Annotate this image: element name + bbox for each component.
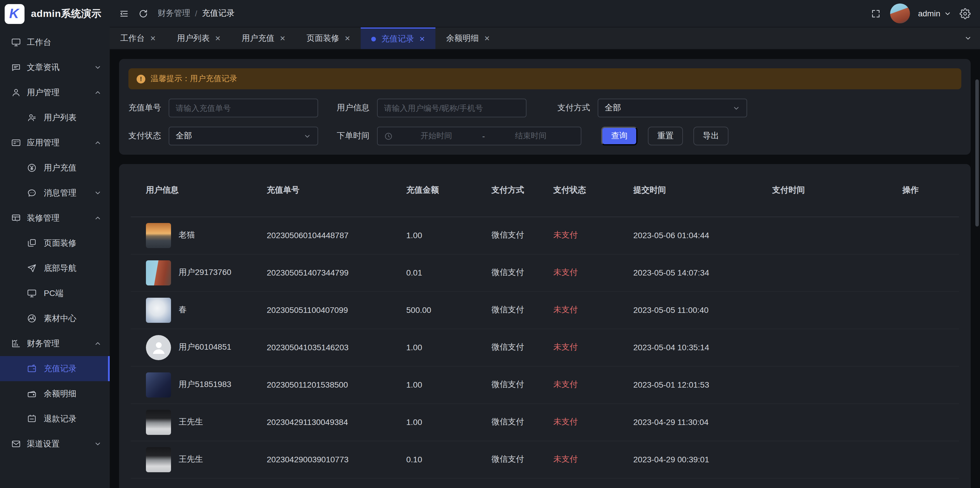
sidebar-menu: 工作台 文章资讯 用户管理 用户列表 应用管理: [0, 27, 110, 456]
sidebar-item-pc[interactable]: PC端: [0, 281, 110, 306]
main-area: 财务管理 / 充值记录 admin 工作台 ✕ 用户列表: [110, 0, 980, 488]
avatar: [146, 297, 171, 323]
pay-method-label: 支付方式: [557, 103, 590, 113]
action-cell: [902, 291, 959, 329]
recharge-no-label: 充值单号: [129, 103, 161, 113]
pay-method: 微信支付: [492, 329, 553, 366]
sidebar-item-recharge-records[interactable]: 充值记录: [0, 356, 110, 381]
table-row[interactable]: 老猫 202305060104448787 1.00 微信支付 未支付 2023…: [131, 216, 959, 254]
start-time-placeholder[interactable]: 开始时间: [393, 131, 480, 141]
pay-time: [772, 254, 902, 291]
status-badge: 未支付: [553, 254, 633, 291]
user-info-input[interactable]: [377, 99, 527, 117]
table-header-row: 用户信息 充值单号 充值金额 支付方式 支付状态 提交时间 支付时间 操作: [131, 164, 959, 216]
chevron-down-icon: [94, 64, 102, 71]
sidebar-item-articles[interactable]: 文章资讯: [0, 55, 110, 80]
pay-status-select[interactable]: 全部: [169, 127, 318, 145]
user-nickname: 王先生: [178, 454, 203, 465]
chevron-down-icon: [304, 132, 311, 140]
action-cell: [902, 254, 959, 291]
col-amount: 充值金额: [406, 164, 492, 216]
pay-method-select[interactable]: 全部: [598, 99, 747, 117]
user-nickname: 老猫: [178, 230, 195, 240]
avatar: [146, 223, 171, 248]
logo: K admin系统演示: [0, 0, 110, 27]
tab-close-icon[interactable]: ✕: [150, 34, 156, 42]
menu-fold-icon[interactable]: [119, 8, 129, 18]
sidebar-item-decoration-mgmt[interactable]: 装修管理: [0, 205, 110, 230]
table-row[interactable]: 王先生 202304291130049384 1.00 微信支付 未支付 202…: [131, 403, 959, 441]
avatar: [146, 260, 171, 285]
topbar: 财务管理 / 充值记录 admin: [110, 0, 980, 27]
refresh-icon[interactable]: [138, 8, 148, 18]
export-button[interactable]: 导出: [694, 127, 729, 145]
sidebar-item-channel-settings[interactable]: 渠道设置: [0, 431, 110, 456]
tab-recharge-records[interactable]: 充值记录 ✕: [361, 27, 436, 49]
avatar: [146, 372, 171, 397]
sidebar-item-message-mgmt[interactable]: 消息管理: [0, 180, 110, 205]
tab-page-decoration[interactable]: 页面装修 ✕: [296, 27, 361, 49]
tab-close-icon[interactable]: ✕: [215, 34, 221, 42]
user-nickname: 王先生: [178, 417, 203, 427]
pay-time: [772, 441, 902, 478]
recharge-no-input[interactable]: [169, 99, 318, 117]
logo-icon: K: [5, 4, 24, 24]
tabs-bar: 工作台 ✕ 用户列表 ✕ 用户充值 ✕ 页面装修 ✕ 充值记录 ✕ 余额明细: [110, 27, 980, 49]
tab-user-list[interactable]: 用户列表 ✕: [166, 27, 231, 49]
breadcrumb-parent[interactable]: 财务管理: [158, 8, 190, 19]
order-no: 202305011201538500: [267, 366, 406, 403]
user-avatar[interactable]: [890, 3, 910, 23]
sidebar-item-finance-mgmt[interactable]: 财务管理: [0, 331, 110, 356]
exclamation-icon: !: [137, 75, 145, 83]
table-row[interactable]: 用户29173760 202305051407344799 0.01 微信支付 …: [131, 254, 959, 291]
amount: 0.10: [406, 441, 492, 478]
user-menu[interactable]: admin: [918, 9, 951, 18]
sidebar-item-page-decoration[interactable]: 页面装修: [0, 230, 110, 256]
tab-workbench[interactable]: 工作台 ✕: [110, 27, 166, 49]
fullscreen-icon[interactable]: [871, 8, 881, 18]
tabs-more-chevron-icon[interactable]: [956, 27, 980, 49]
tab-close-icon[interactable]: ✕: [484, 34, 490, 42]
page-scrollbar[interactable]: [975, 79, 979, 226]
pay-time: [772, 366, 902, 403]
sidebar-item-app-mgmt[interactable]: 应用管理: [0, 130, 110, 155]
sidebar-item-bottom-nav[interactable]: 底部导航: [0, 256, 110, 281]
sidebar-item-user-recharge[interactable]: 用户充值: [0, 155, 110, 180]
pay-status-label: 支付状态: [129, 131, 161, 141]
table-row[interactable]: 用户51851983 202305011201538500 1.00 微信支付 …: [131, 366, 959, 403]
content: ! 温馨提示：用户充值记录 充值单号 用户信息 支付方式 全部: [110, 49, 980, 488]
tab-close-icon[interactable]: ✕: [280, 34, 285, 42]
gear-icon[interactable]: [959, 8, 970, 19]
submit-time: 2023-05-04 10:35:14: [633, 329, 772, 366]
tab-close-icon[interactable]: ✕: [344, 34, 350, 42]
sidebar-item-balance-details[interactable]: 余额明细: [0, 381, 110, 406]
user-nickname: 用户29173760: [178, 267, 231, 278]
user-icon: [11, 87, 21, 97]
sidebar-item-material-center[interactable]: 素材中心: [0, 306, 110, 331]
sidebar-item-workbench[interactable]: 工作台: [0, 30, 110, 55]
user-info-label: 用户信息: [337, 103, 369, 113]
sidebar-item-user-list[interactable]: 用户列表: [0, 105, 110, 130]
pay-method: 微信支付: [492, 291, 553, 329]
action-cell: [902, 441, 959, 478]
reset-button[interactable]: 重置: [648, 127, 683, 145]
chevron-down-icon: [732, 104, 740, 112]
tab-user-recharge[interactable]: 用户充值 ✕: [231, 27, 296, 49]
avatar: [146, 447, 171, 472]
user-nickname: 春: [178, 305, 187, 315]
pay-method: 微信支付: [492, 403, 553, 441]
sidebar-item-refund-records[interactable]: 退款记录: [0, 406, 110, 431]
table-row[interactable]: [131, 478, 959, 486]
order-time-range-picker[interactable]: 开始时间 - 结束时间: [377, 127, 581, 145]
end-time-placeholder[interactable]: 结束时间: [487, 131, 574, 141]
table-row[interactable]: 用户60104851 202305041035146203 1.00 微信支付 …: [131, 329, 959, 366]
tab-balance-details[interactable]: 余额明细 ✕: [436, 27, 501, 49]
filter-row-2: 支付状态 全部 下单时间 开始时间 - 结束时间 查询 重置: [129, 127, 961, 145]
tab-close-icon[interactable]: ✕: [419, 35, 425, 43]
table-row[interactable]: 春 202305051100407099 500.00 微信支付 未支付 202…: [131, 291, 959, 329]
breadcrumb-separator: /: [195, 9, 197, 18]
sidebar-item-user-mgmt[interactable]: 用户管理: [0, 80, 110, 105]
search-button[interactable]: 查询: [601, 127, 637, 145]
col-action: 操作: [902, 164, 959, 216]
table-row[interactable]: 王先生 202304290039010773 0.10 微信支付 未支付 202…: [131, 441, 959, 478]
